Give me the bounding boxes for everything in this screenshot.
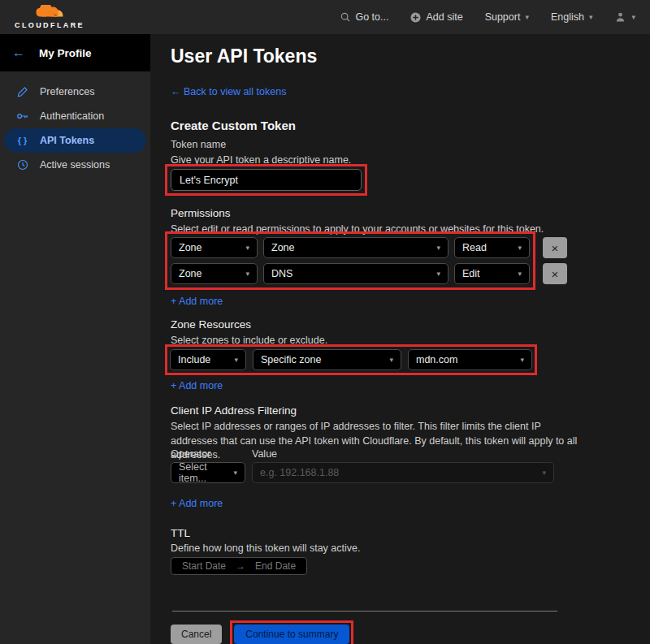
permission-row: Zone ▾ DNS ▾ Edit ▾ [171,263,530,284]
chevron-down-icon: ▾ [631,14,635,21]
chevron-down-icon: ▾ [542,469,546,477]
continue-annotation-box: Continue to summary [230,620,353,644]
remove-permission-column: × × [543,231,567,284]
chevron-down-icon: ▾ [245,270,249,278]
continue-to-summary-button[interactable]: Continue to summary [234,625,349,644]
zone-resources-heading: Zone Resources [171,318,251,331]
permissions-annotation-box: Zone ▾ Zone ▾ Read ▾ Zone ▾ [165,231,535,290]
sidebar-item-api-tokens[interactable]: { } API Tokens [4,128,146,153]
zone-operator-select[interactable]: Include ▾ [170,349,246,370]
cancel-button[interactable]: Cancel [171,625,222,644]
back-arrow-icon[interactable]: ← [12,45,25,60]
selected-value: DNS [271,268,292,279]
cloudflare-logo[interactable]: CLOUDFLARE [15,5,84,29]
pencil-icon [15,86,29,97]
plus-circle-icon [410,12,421,23]
sidebar-item-authentication[interactable]: Authentication [4,104,146,128]
sidebar-menu: Preferences Authentication { } API Token… [0,71,150,177]
chevron-down-icon: ▾ [234,357,238,364]
chevron-down-icon: ▾ [525,14,529,21]
back-to-tokens-link[interactable]: ← Back to view all tokens [171,86,286,97]
page-title: User API Tokens [171,45,317,67]
search-icon [340,12,350,22]
selected-value: Read [462,242,487,253]
chevron-down-icon: ▾ [589,14,593,21]
sidebar-item-label: Active sessions [40,159,110,171]
sidebar-item-label: Preferences [40,86,94,97]
sidebar: ← My Profile Preferences Authentication … [0,34,150,644]
add-site-label: Add site [426,11,462,23]
key-icon [15,110,29,122]
brand-wordmark: CLOUDFLARE [15,22,84,29]
sidebar-item-label: API Tokens [40,135,94,146]
start-date-label: Start Date [182,560,226,572]
ip-operator-select[interactable]: Select item... ▾ [171,462,245,483]
ip-filtering-add-more-link[interactable]: + Add more [171,498,223,509]
permissions-rows: Zone ▾ Zone ▾ Read ▾ Zone ▾ [165,231,567,290]
token-name-label: Token name [171,139,226,150]
sidebar-title: My Profile [39,47,92,59]
zone-selector-select[interactable]: Specific zone ▾ [253,349,401,370]
sidebar-item-preferences[interactable]: Preferences [4,80,146,104]
chevron-down-icon: ▾ [245,244,249,252]
selected-value: Include [178,354,210,365]
remove-permission-button[interactable]: × [543,263,567,284]
support-label: Support [485,11,521,23]
header-nav: Go to... Add site Support ▾ English ▾ ▾ [340,11,635,23]
token-name-input[interactable] [171,169,362,191]
clock-icon [15,159,29,171]
select-placeholder: Select item... [179,461,233,484]
permission-row: Zone ▾ Zone ▾ Read ▾ [171,237,530,258]
ip-filtering-fields: Select item... ▾ e.g. 192.168.1.88 ▾ [171,462,554,483]
sidebar-item-label: Authentication [40,110,104,122]
chevron-down-icon: ▾ [520,357,524,364]
permissions-heading: Permissions [171,207,231,219]
go-to-label: Go to... [355,11,388,23]
top-header: CLOUDFLARE Go to... Add site Support ▾ E… [0,0,650,34]
permission-access-select[interactable]: Edit ▾ [454,263,530,284]
braces-icon: { } [15,136,29,145]
ip-value-select[interactable]: e.g. 192.168.1.88 ▾ [252,462,554,483]
selected-value: Edit [462,268,480,279]
ip-filtering-heading: Client IP Address Filtering [171,404,297,417]
footer-divider [172,611,557,612]
token-name-annotation-box [165,164,367,196]
chevron-down-icon: ▾ [233,469,237,477]
selected-value: mdn.com [416,354,457,365]
chevron-down-icon: ▾ [436,244,440,252]
language-menu[interactable]: English ▾ [551,11,593,23]
arrow-right-icon: → [236,560,245,572]
ip-filtering-labels: Operator Value [171,448,277,460]
permission-resource-select[interactable]: Zone ▾ [263,237,448,258]
main-content: User API Tokens ← Back to view all token… [150,34,650,644]
end-date-label: End Date [255,560,296,572]
selected-value: Zone [179,242,202,253]
go-to-search[interactable]: Go to... [340,11,388,23]
footer-actions: Cancel Continue to summary [171,620,353,644]
language-label: English [551,11,584,23]
permission-access-select[interactable]: Read ▾ [454,237,530,258]
sidebar-item-active-sessions[interactable]: Active sessions [4,153,146,177]
cloudflare-cloud-icon [34,5,65,21]
permission-scope-select[interactable]: Zone ▾ [171,237,258,258]
form-title: Create Custom Token [171,119,296,132]
ttl-description: Define how long this token will stay act… [171,542,360,554]
value-label: Value [252,448,277,460]
selected-value: Zone [271,242,295,253]
remove-permission-button[interactable]: × [543,237,567,258]
zone-resources-annotation-box: Include ▾ Specific zone ▾ mdn.com ▾ [165,344,537,375]
account-menu[interactable]: ▾ [614,11,635,23]
selected-value: Specific zone [261,354,321,365]
support-menu[interactable]: Support ▾ [485,11,529,23]
zone-resources-add-more-link[interactable]: + Add more [171,380,223,391]
ttl-date-range-button[interactable]: Start Date → End Date [171,557,307,575]
operator-label: Operator [171,448,252,460]
permission-scope-select[interactable]: Zone ▾ [171,263,258,284]
add-site-button[interactable]: Add site [410,11,462,23]
permissions-add-more-link[interactable]: + Add more [171,296,223,307]
zone-name-select[interactable]: mdn.com ▾ [408,349,532,370]
user-icon [614,11,626,23]
permission-resource-select[interactable]: DNS ▾ [263,263,448,284]
ttl-heading: TTL [171,527,190,539]
sidebar-header: ← My Profile [0,34,150,71]
